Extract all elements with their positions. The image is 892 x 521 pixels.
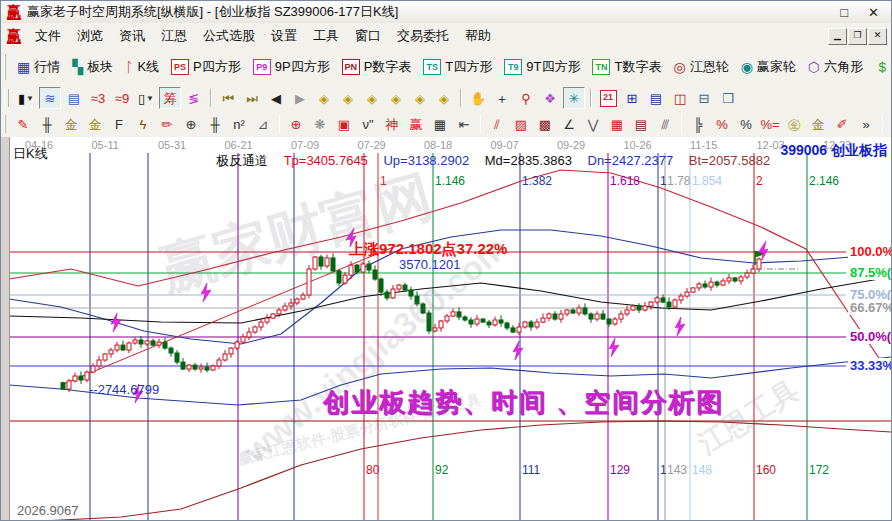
draw-tool-4-button[interactable]: 金: [84, 113, 106, 135]
toolbar-sectors-button[interactable]: ▚板块: [72, 58, 113, 76]
gann-center-button[interactable]: ◈: [409, 87, 431, 109]
menu-8[interactable]: 窗口: [347, 26, 389, 45]
toolbar-winner-service-button[interactable]: ＄赢家服务: [875, 58, 891, 76]
draw-tool-17-button[interactable]: 神: [381, 113, 403, 135]
menu-1[interactable]: 文件: [27, 26, 69, 45]
draw-tool-11-button[interactable]: ⊿: [252, 113, 274, 135]
chip-distribution-icon: 筹: [164, 92, 177, 105]
draw-tool-26-button[interactable]: ⋁: [582, 113, 604, 135]
draw-tool-10-button[interactable]: n²: [228, 113, 250, 135]
draw-tool-18-button[interactable]: 赢: [405, 113, 427, 135]
draw-tool-20-button[interactable]: ⇤: [453, 113, 475, 135]
menu-4[interactable]: 江恩: [153, 26, 195, 45]
menu-5[interactable]: 公式选股: [195, 26, 263, 45]
wave-9-button[interactable]: ≈9: [111, 87, 133, 109]
pattern-view-button[interactable]: ≋: [39, 87, 61, 109]
menu-6[interactable]: 设置: [263, 26, 305, 45]
toolbar-t-square-button[interactable]: TST四方形: [423, 58, 492, 76]
draw-tool-22-button[interactable]: ⫽: [486, 113, 508, 135]
draw-tool-28-button[interactable]: ▤: [630, 113, 652, 135]
monitor-button[interactable]: ❒: [717, 87, 739, 109]
gann-expand-button[interactable]: ◈: [385, 87, 407, 109]
draw-tool-7-button[interactable]: ✏: [156, 113, 178, 135]
draw-tool-13-button[interactable]: ⊕: [285, 113, 307, 135]
draw-tool-9-button[interactable]: ╫: [204, 113, 226, 135]
color-compare-button[interactable]: ≶: [183, 87, 205, 109]
hollow-candle-button[interactable]: ▯▼: [135, 87, 157, 109]
calculator-button[interactable]: ⊞: [621, 87, 643, 109]
memo-button[interactable]: ▤: [645, 87, 667, 109]
wave-3-button[interactable]: ≈3: [87, 87, 109, 109]
quote-list-button[interactable]: ▤: [63, 87, 85, 109]
close-button[interactable]: ✕: [868, 5, 879, 20]
menu-3[interactable]: 资讯: [111, 26, 153, 45]
crosshair-tool-button[interactable]: ＋: [491, 87, 513, 109]
draw-tool-27-button[interactable]: ▦: [606, 113, 628, 135]
draw-tool-14-button[interactable]: ❋: [309, 113, 331, 135]
draw-tool-16-button[interactable]: ν": [357, 113, 379, 135]
export-button[interactable]: ⊟: [693, 87, 715, 109]
toolbar-9p-square-button[interactable]: P99P四方形: [253, 58, 330, 76]
first-bar-button[interactable]: ⏮: [217, 87, 239, 109]
draw-tool-35-button[interactable]: ㊎: [783, 113, 805, 135]
highlight-tool-button[interactable]: ✳: [563, 87, 585, 109]
toolbar-winner-wheel-button[interactable]: ◉赢家轮: [741, 58, 796, 76]
draw-tool-24-button[interactable]: ▩: [534, 113, 556, 135]
draw-tool-23-button[interactable]: ▨: [510, 113, 532, 135]
pin-tool-button[interactable]: ⚲: [515, 87, 537, 109]
draw-tool-3-button[interactable]: 金: [60, 113, 82, 135]
draw-tool-33-button[interactable]: %: [735, 113, 757, 135]
menu-2[interactable]: 浏览: [69, 26, 111, 45]
toolbar-p-table-button[interactable]: PNP数字表: [342, 58, 412, 76]
toolbar-separator: [681, 115, 682, 133]
calendar-button[interactable]: 21: [597, 87, 619, 109]
draw-tool-31-button[interactable]: ╠: [687, 113, 709, 135]
draw-tool-8-button[interactable]: ⊕: [180, 113, 202, 135]
toolbar-p-square-button[interactable]: PSP四方形: [171, 58, 241, 76]
draw-tool-19-button[interactable]: ▦: [429, 113, 451, 135]
mdi-close-button[interactable]: ✕: [868, 28, 887, 45]
gann-horizontal-button[interactable]: ◈: [361, 87, 383, 109]
draw-tool-32-button[interactable]: %: [711, 113, 733, 135]
candle-body: [367, 264, 371, 270]
gann-all-button[interactable]: ◈: [433, 87, 455, 109]
draw-tool-15-button[interactable]: ▣: [333, 113, 355, 135]
last-bar-button[interactable]: ⏭: [241, 87, 263, 109]
prev-bar-button[interactable]: ◀: [265, 87, 287, 109]
hexagon-icon: ⬡: [808, 60, 820, 74]
menu-10[interactable]: 帮助: [457, 26, 499, 45]
menu-7[interactable]: 工具: [305, 26, 347, 45]
toolbar-t-table-button[interactable]: TNT数字表: [592, 58, 661, 76]
draw-tool-37-button[interactable]: ✐: [831, 113, 853, 135]
draw-tool-6-button[interactable]: ϟ: [132, 113, 154, 135]
draw-tool-25-button[interactable]: ∠: [558, 113, 580, 135]
candle-body: [481, 319, 485, 322]
chip-distribution-button[interactable]: 筹: [159, 87, 181, 109]
draw-tool-1-button[interactable]: ✎: [12, 113, 34, 135]
draw-tool-5-button[interactable]: F: [108, 113, 130, 135]
chart-panel[interactable]: 04-1605-1105-3106-2107-0907-2908-1809-07…: [1, 137, 891, 520]
magic-tool-button[interactable]: ❖: [539, 87, 561, 109]
draw-tool-2-button[interactable]: ╫: [36, 113, 58, 135]
menu-9[interactable]: 交易委托: [389, 26, 457, 45]
draw-tool-36-button[interactable]: 金: [807, 113, 829, 135]
toolbar-hexagon-button[interactable]: ⬡六角形: [808, 58, 863, 76]
gann-right-button[interactable]: ◈: [337, 87, 359, 109]
draw-tool-38-button[interactable]: »: [855, 113, 877, 135]
mdi-restore-button[interactable]: ❐: [848, 28, 867, 45]
hand-tool-button[interactable]: ✋: [467, 87, 489, 109]
draw-tool-40-button[interactable]: ⊞: [888, 113, 891, 135]
gann-left-button[interactable]: ◈: [313, 87, 335, 109]
toolbar-gann-wheel-button[interactable]: ◎江恩轮: [673, 58, 728, 76]
period-selector-button[interactable]: ▮▼: [15, 87, 37, 109]
toolbar-kline-button[interactable]: ᛚK线: [125, 58, 159, 76]
toolbar-quotes-button[interactable]: ▦行情: [17, 58, 60, 76]
toolbar-9t-square-button[interactable]: T99T四方形: [504, 58, 580, 76]
next-bar-button[interactable]: ▶: [289, 87, 311, 109]
save-button[interactable]: ◫: [669, 87, 691, 109]
quotes-icon: ▦: [17, 60, 30, 74]
draw-tool-34-button[interactable]: %=: [759, 113, 781, 135]
mdi-minimize-button[interactable]: ▁: [828, 28, 847, 45]
maximize-button[interactable]: □: [840, 5, 848, 20]
draw-tool-29-button[interactable]: ⫻: [654, 113, 676, 135]
